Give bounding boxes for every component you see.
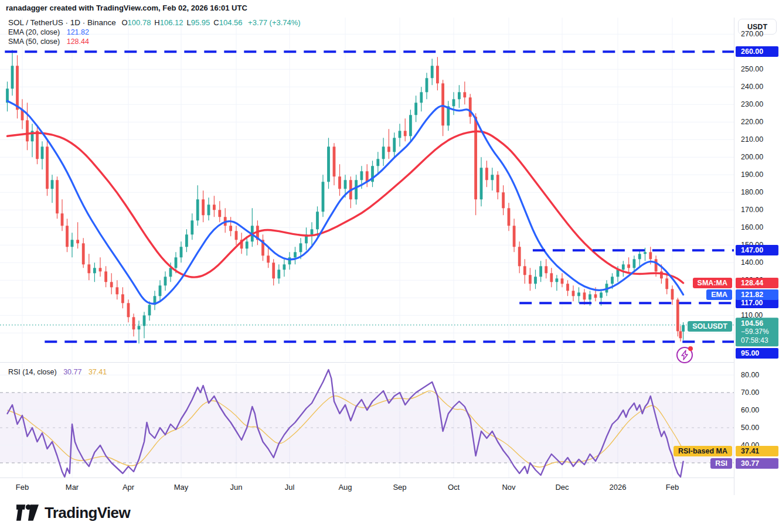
ema-price-label: 121.82: [736, 289, 778, 300]
symbol-tag-chip: SOLUSDT: [688, 321, 732, 332]
month-label-apr-2: Apr: [123, 483, 134, 492]
rsi-tick: 50.00: [741, 424, 759, 432]
watermark-attribution: ranadagger created with TradingView.com,…: [6, 4, 247, 12]
price-scale-axis[interactable]: USDT 270.00250.00240.00230.00220.00210.0…: [734, 18, 779, 495]
rsi-tick: 60.00: [741, 406, 759, 414]
month-label-jul-5: Jul: [285, 483, 295, 492]
price-tick: 140.00: [741, 258, 763, 267]
symbol-title: SOL / TetherUS · 1D · Binance: [8, 18, 116, 27]
price-tick: 210.00: [741, 135, 763, 144]
price-tick: 200.00: [741, 153, 763, 161]
price-tick: 190.00: [741, 170, 763, 179]
rsi-label: RSI (14, close): [8, 368, 57, 376]
price-chart-canvas[interactable]: [0, 0, 779, 495]
price-tick: 160.00: [741, 223, 763, 231]
ohlc-value: 100.78: [128, 18, 151, 27]
month-label-mar-1: Mar: [66, 483, 79, 492]
rsi-ma-tag-chip: RSI-based MA: [673, 446, 732, 456]
month-label-may-3: May: [174, 483, 189, 492]
ohlc-key: H: [154, 18, 159, 27]
tradingview-logo[interactable]: TradingView: [16, 504, 130, 522]
ohlc-value: 95.95: [191, 18, 210, 27]
sma-price-label: 128.44: [736, 278, 778, 288]
ema-tag-chip: EMA: [706, 289, 732, 300]
month-label-oct-8: Oct: [448, 483, 460, 492]
tradingview-logo-text: TradingView: [45, 504, 130, 522]
sma-tag-chip: SMA:MA: [693, 278, 732, 288]
symbol-legend-row[interactable]: SOL / TetherUS · 1D · Binance O100.78H10…: [8, 18, 301, 27]
ema-legend-row[interactable]: EMA (20, close) 121.82: [8, 28, 89, 36]
month-label-jun-4: Jun: [230, 483, 243, 492]
rsi-legend-row[interactable]: RSI (14, close) 30.77 37.41: [8, 368, 107, 376]
month-label-nov-9: Nov: [502, 483, 515, 492]
ohlc-value: 104.56: [219, 18, 243, 27]
ohlc-values: O100.78H106.12L95.95C104.56: [118, 18, 242, 27]
ohlc-key: L: [187, 18, 191, 27]
change-value: +3.77 (+3.74%): [248, 18, 301, 27]
level-95-price-label: 95.00: [736, 348, 778, 359]
month-label-2026-11: 2026: [610, 483, 627, 492]
flash-ideas-button[interactable]: [676, 347, 693, 363]
symbol-price-countdown-label: 104.56−59.37%07:58:43: [736, 318, 778, 347]
time-scale-axis[interactable]: FebMarAprMayJunJulAugSepOctNovDec2026Feb: [0, 478, 779, 496]
price-tick: 230.00: [741, 100, 763, 108]
sma-legend-row[interactable]: SMA (50, close) 128.44: [8, 37, 89, 46]
rsi-ma-value-label: 37.41: [736, 446, 778, 456]
rsi-tick: 80.00: [741, 371, 759, 379]
rsi-tag-chip: RSI: [710, 458, 732, 469]
price-tick: 250.00: [741, 65, 763, 73]
rsi-value-label: 30.77: [736, 458, 778, 469]
sma-label: SMA (50, close): [8, 37, 60, 46]
month-label-sep-7: Sep: [393, 483, 406, 492]
ohlc-key: C: [213, 18, 219, 27]
month-label-dec-10: Dec: [555, 483, 569, 492]
rsi-value: 30.77: [63, 368, 81, 376]
ema-label: EMA (20, close): [8, 28, 60, 36]
ema-value: 121.82: [67, 28, 89, 36]
month-label-aug-6: Aug: [338, 483, 352, 492]
ohlc-value: 106.12: [160, 18, 183, 27]
price-tick: 170.00: [741, 206, 763, 214]
tradingview-logo-icon: [16, 504, 39, 521]
level-147-price-label: 147.00: [736, 245, 778, 255]
month-label-feb-0: Feb: [16, 483, 29, 492]
tradingview-chart-page: ranadagger created with TradingView.com,…: [0, 0, 779, 532]
rsi-tick: 70.00: [741, 388, 759, 397]
sma-value: 128.44: [67, 37, 89, 46]
rsi-ma-value: 37.41: [89, 368, 107, 376]
price-tick: 220.00: [741, 118, 763, 126]
ohlc-key: O: [121, 18, 127, 27]
price-tick: 240.00: [741, 83, 763, 91]
price-tick: 270.00: [741, 30, 763, 38]
level-260-price-label: 260.00: [736, 46, 778, 57]
price-tick: 180.00: [741, 188, 763, 196]
notification-dot: [688, 346, 693, 351]
lightning-bolt-icon: [680, 350, 689, 360]
month-label-feb-12: Feb: [666, 483, 679, 492]
